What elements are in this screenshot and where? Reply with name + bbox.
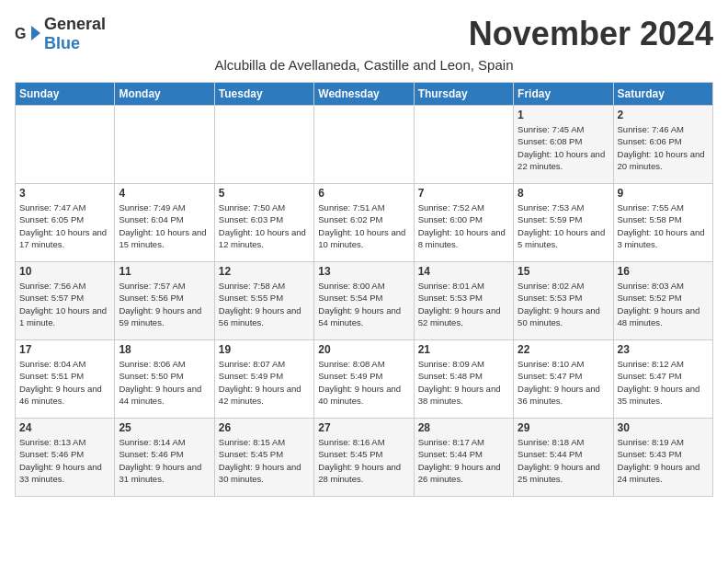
day-number: 16	[618, 265, 709, 278]
day-number: 19	[219, 343, 310, 356]
day-number: 24	[19, 421, 110, 434]
day-cell: 25Sunrise: 8:14 AM Sunset: 5:46 PM Dayli…	[115, 419, 214, 497]
day-cell	[214, 106, 313, 184]
logo-blue: Blue	[44, 34, 80, 52]
day-cell: 3Sunrise: 7:47 AM Sunset: 6:05 PM Daylig…	[16, 184, 115, 262]
day-cell: 19Sunrise: 8:07 AM Sunset: 5:49 PM Dayli…	[214, 340, 313, 419]
day-info: Sunrise: 8:17 AM Sunset: 5:44 PM Dayligh…	[418, 436, 509, 485]
day-number: 23	[618, 343, 709, 356]
column-header-tuesday: Tuesday	[214, 83, 313, 106]
day-cell: 29Sunrise: 8:18 AM Sunset: 5:44 PM Dayli…	[514, 419, 613, 497]
day-number: 9	[618, 187, 709, 200]
day-info: Sunrise: 7:52 AM Sunset: 6:00 PM Dayligh…	[418, 201, 509, 250]
day-number: 27	[318, 421, 409, 434]
day-info: Sunrise: 7:50 AM Sunset: 6:03 PM Dayligh…	[219, 201, 310, 250]
day-info: Sunrise: 8:10 AM Sunset: 5:47 PM Dayligh…	[518, 358, 609, 407]
day-cell: 21Sunrise: 8:09 AM Sunset: 5:48 PM Dayli…	[414, 340, 513, 419]
page-header: G General Blue November 2024	[15, 15, 713, 53]
day-info: Sunrise: 8:00 AM Sunset: 5:54 PM Dayligh…	[318, 280, 409, 328]
day-cell: 4Sunrise: 7:49 AM Sunset: 6:04 PM Daylig…	[115, 184, 214, 262]
day-cell: 26Sunrise: 8:15 AM Sunset: 5:45 PM Dayli…	[214, 419, 313, 497]
day-number: 2	[618, 109, 709, 121]
day-info: Sunrise: 7:47 AM Sunset: 6:05 PM Dayligh…	[19, 201, 110, 250]
day-cell: 9Sunrise: 7:55 AM Sunset: 5:58 PM Daylig…	[613, 184, 712, 262]
day-cell: 14Sunrise: 8:01 AM Sunset: 5:53 PM Dayli…	[414, 262, 513, 340]
day-cell: 18Sunrise: 8:06 AM Sunset: 5:50 PM Dayli…	[115, 340, 214, 419]
day-cell: 16Sunrise: 8:03 AM Sunset: 5:52 PM Dayli…	[613, 262, 712, 340]
day-number: 12	[219, 265, 310, 278]
day-number: 21	[418, 343, 509, 356]
week-row-4: 17Sunrise: 8:04 AM Sunset: 5:51 PM Dayli…	[16, 340, 713, 419]
day-cell: 27Sunrise: 8:16 AM Sunset: 5:45 PM Dayli…	[314, 419, 414, 497]
day-info: Sunrise: 7:53 AM Sunset: 5:59 PM Dayligh…	[518, 201, 609, 250]
day-number: 20	[318, 343, 409, 356]
svg-text:G: G	[15, 26, 26, 41]
calendar-table: SundayMondayTuesdayWednesdayThursdayFrid…	[15, 82, 713, 497]
week-row-1: 1Sunrise: 7:45 AM Sunset: 6:08 PM Daylig…	[16, 106, 713, 184]
day-info: Sunrise: 8:09 AM Sunset: 5:48 PM Dayligh…	[418, 358, 509, 407]
day-cell: 7Sunrise: 7:52 AM Sunset: 6:00 PM Daylig…	[414, 184, 513, 262]
day-info: Sunrise: 7:46 AM Sunset: 6:06 PM Dayligh…	[618, 123, 709, 172]
column-header-friday: Friday	[514, 83, 613, 106]
column-header-sunday: Sunday	[16, 83, 115, 106]
day-number: 28	[418, 421, 509, 434]
day-cell: 17Sunrise: 8:04 AM Sunset: 5:51 PM Dayli…	[16, 340, 115, 419]
day-cell: 28Sunrise: 8:17 AM Sunset: 5:44 PM Dayli…	[414, 419, 513, 497]
week-row-3: 10Sunrise: 7:56 AM Sunset: 5:57 PM Dayli…	[16, 262, 713, 340]
day-number: 13	[318, 265, 409, 278]
day-number: 22	[518, 343, 609, 356]
day-info: Sunrise: 7:57 AM Sunset: 5:56 PM Dayligh…	[119, 280, 210, 328]
day-number: 3	[19, 187, 110, 200]
day-cell: 5Sunrise: 7:50 AM Sunset: 6:03 PM Daylig…	[214, 184, 313, 262]
day-cell: 2Sunrise: 7:46 AM Sunset: 6:06 PM Daylig…	[613, 106, 712, 184]
day-cell	[115, 106, 214, 184]
day-info: Sunrise: 8:16 AM Sunset: 5:45 PM Dayligh…	[318, 436, 409, 485]
day-number: 15	[518, 265, 609, 278]
day-number: 6	[318, 187, 409, 200]
day-number: 10	[19, 265, 110, 278]
day-cell: 12Sunrise: 7:58 AM Sunset: 5:55 PM Dayli…	[214, 262, 313, 340]
day-info: Sunrise: 8:12 AM Sunset: 5:47 PM Dayligh…	[618, 358, 709, 407]
day-cell: 11Sunrise: 7:57 AM Sunset: 5:56 PM Dayli…	[115, 262, 214, 340]
day-info: Sunrise: 8:07 AM Sunset: 5:49 PM Dayligh…	[219, 358, 310, 407]
column-header-thursday: Thursday	[414, 83, 513, 106]
day-info: Sunrise: 8:13 AM Sunset: 5:46 PM Dayligh…	[19, 436, 110, 485]
day-number: 26	[219, 421, 310, 434]
day-cell: 6Sunrise: 7:51 AM Sunset: 6:02 PM Daylig…	[314, 184, 414, 262]
day-number: 8	[518, 187, 609, 200]
logo: G General Blue	[15, 15, 106, 53]
day-info: Sunrise: 7:45 AM Sunset: 6:08 PM Dayligh…	[518, 123, 609, 172]
header-row: SundayMondayTuesdayWednesdayThursdayFrid…	[16, 83, 713, 106]
day-cell	[314, 106, 414, 184]
day-info: Sunrise: 8:02 AM Sunset: 5:53 PM Dayligh…	[518, 280, 609, 328]
day-cell	[16, 106, 115, 184]
column-header-monday: Monday	[115, 83, 214, 106]
day-cell: 23Sunrise: 8:12 AM Sunset: 5:47 PM Dayli…	[613, 340, 712, 419]
day-info: Sunrise: 8:04 AM Sunset: 5:51 PM Dayligh…	[19, 358, 110, 407]
day-cell	[414, 106, 513, 184]
title-section: November 2024	[469, 15, 713, 53]
day-cell: 1Sunrise: 7:45 AM Sunset: 6:08 PM Daylig…	[514, 106, 613, 184]
day-number: 18	[119, 343, 210, 356]
day-cell: 10Sunrise: 7:56 AM Sunset: 5:57 PM Dayli…	[16, 262, 115, 340]
day-number: 5	[219, 187, 310, 200]
day-number: 14	[418, 265, 509, 278]
day-info: Sunrise: 8:19 AM Sunset: 5:43 PM Dayligh…	[618, 436, 709, 485]
day-info: Sunrise: 8:06 AM Sunset: 5:50 PM Dayligh…	[119, 358, 210, 407]
day-info: Sunrise: 8:18 AM Sunset: 5:44 PM Dayligh…	[518, 436, 609, 485]
day-info: Sunrise: 8:14 AM Sunset: 5:46 PM Dayligh…	[119, 436, 210, 485]
day-cell: 13Sunrise: 8:00 AM Sunset: 5:54 PM Dayli…	[314, 262, 414, 340]
day-cell: 30Sunrise: 8:19 AM Sunset: 5:43 PM Dayli…	[613, 419, 712, 497]
logo-icon: G	[15, 24, 40, 44]
day-number: 11	[119, 265, 210, 278]
day-number: 29	[518, 421, 609, 434]
day-cell: 24Sunrise: 8:13 AM Sunset: 5:46 PM Dayli…	[16, 419, 115, 497]
day-cell: 20Sunrise: 8:08 AM Sunset: 5:49 PM Dayli…	[314, 340, 414, 419]
day-number: 4	[119, 187, 210, 200]
week-row-2: 3Sunrise: 7:47 AM Sunset: 6:05 PM Daylig…	[16, 184, 713, 262]
day-info: Sunrise: 8:03 AM Sunset: 5:52 PM Dayligh…	[618, 280, 709, 328]
logo-general: General	[44, 15, 106, 33]
day-number: 1	[518, 109, 609, 121]
day-cell: 8Sunrise: 7:53 AM Sunset: 5:59 PM Daylig…	[514, 184, 613, 262]
svg-marker-1	[31, 26, 40, 40]
